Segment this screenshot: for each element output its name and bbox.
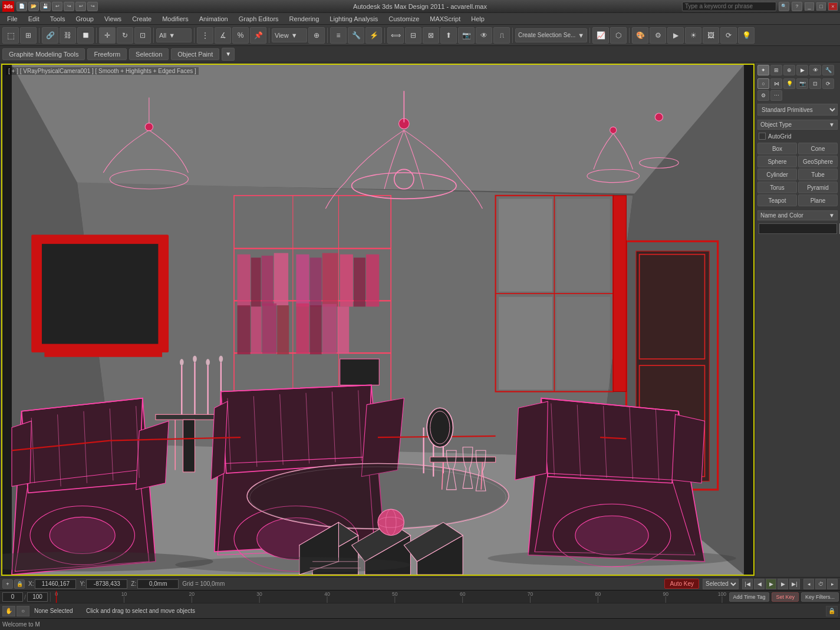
new-btn[interactable]: 📄 — [17, 2, 27, 11]
cameras-icon[interactable]: 📷 — [796, 78, 808, 89]
motion-panel-icon[interactable]: ▶ — [796, 65, 808, 75]
geosphere-button[interactable]: GeoSphere — [798, 156, 838, 167]
align-btn[interactable]: ⊟ — [405, 27, 421, 44]
render-last-btn[interactable]: ⟳ — [720, 27, 737, 44]
transform-select-btn[interactable]: ✛ — [99, 27, 116, 44]
lights-icon[interactable]: 💡 — [783, 78, 795, 89]
rotate-btn[interactable]: ↻ — [117, 27, 133, 44]
layer-btn[interactable]: ≡ — [330, 27, 347, 44]
reference-dropdown[interactable]: All ▼ — [156, 28, 192, 42]
angle-snap[interactable]: ∡ — [215, 27, 231, 44]
space-tools-btn[interactable]: ⎍ — [493, 27, 510, 44]
menu-lighting-analysis[interactable]: Lighting Analysis — [325, 14, 383, 24]
menu-modifiers[interactable]: Modifiers — [157, 14, 193, 24]
pyramid-button[interactable]: Pyramid — [798, 182, 838, 193]
schematic-btn[interactable]: ⬡ — [610, 27, 627, 44]
create-panel-icon[interactable]: ✦ — [757, 65, 769, 75]
render-btn[interactable]: ▶ — [667, 27, 684, 44]
selection-btn[interactable]: Selection — [129, 48, 169, 60]
torus-button[interactable]: Torus — [757, 182, 797, 193]
shapes-icon[interactable]: ⋈ — [770, 78, 782, 89]
minimize-button[interactable]: _ — [805, 2, 814, 11]
menu-edit[interactable]: Edit — [24, 14, 44, 24]
mirror-btn[interactable]: ⟺ — [387, 27, 404, 44]
activeshade-btn[interactable]: ☀ — [685, 27, 701, 44]
curve-editor-btn[interactable]: 📈 — [592, 27, 609, 44]
object-properties-btn[interactable]: 🔧 — [348, 27, 364, 44]
cone-button[interactable]: Cone — [798, 143, 838, 154]
name-color-header[interactable]: Name and Color ▼ — [757, 210, 838, 220]
graphite-modeling-btn[interactable]: Graphite Modeling Tools — [2, 48, 85, 60]
menu-maxscript[interactable]: MAXScript — [425, 14, 465, 24]
sphere-button[interactable]: Sphere — [757, 156, 797, 167]
prev-frame-btn[interactable]: ◀ — [754, 579, 765, 589]
y-coord-input[interactable] — [86, 579, 127, 589]
lock-selection-icon[interactable]: 🔒 — [826, 606, 838, 616]
go-end-btn[interactable]: ▶| — [789, 579, 800, 589]
menu-rendering[interactable]: Rendering — [285, 14, 324, 24]
coord-mode-btn[interactable]: + — [2, 579, 13, 589]
place-high-btn[interactable]: ⬆ — [440, 27, 457, 44]
total-frames-input[interactable] — [27, 592, 48, 602]
box-button[interactable]: Box — [757, 143, 797, 154]
material-editor-btn[interactable]: 🎨 — [632, 27, 648, 44]
menu-file[interactable]: File — [2, 14, 22, 24]
menu-customize[interactable]: Customize — [384, 14, 424, 24]
utilities-panel-icon[interactable]: 🔧 — [822, 65, 834, 75]
menu-animation[interactable]: Animation — [195, 14, 233, 24]
helpers-icon[interactable]: ⊡ — [809, 78, 821, 89]
geometry-icon[interactable]: ○ — [757, 78, 769, 89]
current-frame-input[interactable] — [2, 592, 23, 602]
time-tag-next[interactable]: ▸ — [827, 579, 838, 589]
z-coord-input[interactable] — [137, 579, 179, 589]
search-icon[interactable]: 🔍 — [779, 2, 789, 11]
maximize-button[interactable]: □ — [816, 2, 826, 11]
plane-button[interactable]: Plane — [798, 194, 838, 206]
orbit-btn[interactable]: ○ — [17, 606, 29, 616]
scale-btn[interactable]: ⊡ — [134, 27, 151, 44]
autogrid-checkbox[interactable] — [759, 133, 766, 140]
menu-help[interactable]: Help — [466, 14, 489, 24]
view-dropdown[interactable]: View ▼ — [272, 28, 307, 42]
undo2-btn[interactable]: ↩ — [75, 2, 86, 11]
moreicons-icon[interactable]: ⋯ — [770, 90, 782, 101]
align-view-btn[interactable]: 👁 — [476, 27, 492, 44]
wire-param-btn[interactable]: ⚡ — [365, 27, 382, 44]
lock-btn[interactable]: 🔒 — [14, 579, 25, 589]
align-camera-btn[interactable]: 📷 — [458, 27, 475, 44]
select-region-btn[interactable]: ⊞ — [20, 27, 37, 44]
select-btn[interactable]: ⬚ — [2, 27, 19, 44]
menu-graph-editors[interactable]: Graph Editors — [234, 14, 284, 24]
close-button[interactable]: × — [828, 2, 838, 11]
render-to-tex-btn[interactable]: 🖼 — [703, 27, 719, 44]
go-start-btn[interactable]: |◀ — [742, 579, 753, 589]
render-setup-btn[interactable]: ⚙ — [650, 27, 666, 44]
object-paint-btn[interactable]: Object Paint — [171, 48, 219, 60]
mental-ray-btn[interactable]: 💡 — [738, 27, 755, 44]
object-type-header[interactable]: Object Type ▼ — [757, 120, 838, 130]
object-name-input[interactable] — [759, 223, 837, 234]
hierarchy-panel-icon[interactable]: ⊕ — [783, 65, 795, 75]
open-btn[interactable]: 📂 — [28, 2, 39, 11]
search-input[interactable] — [682, 2, 776, 11]
menu-group[interactable]: Group — [71, 14, 98, 24]
timeline-track[interactable]: 0 10 20 30 40 50 60 70 80 90 100 — [51, 591, 728, 603]
set-key-button[interactable]: Set Key — [772, 592, 799, 602]
display-panel-icon[interactable]: 👁 — [809, 65, 821, 75]
selection-filter-dropdown[interactable]: Selected — [703, 579, 739, 589]
add-time-tag-btn[interactable]: Add Time Tag — [729, 592, 770, 602]
percent-snap[interactable]: % — [232, 27, 249, 44]
snap-toggle[interactable]: ⋮ — [197, 27, 213, 44]
menu-views[interactable]: Views — [100, 14, 126, 24]
unlink-btn[interactable]: ⛓ — [60, 27, 76, 44]
auto-key-button[interactable]: Auto Key — [664, 579, 699, 589]
view-align-btn[interactable]: ⊕ — [308, 27, 325, 44]
teapot-button[interactable]: Teapot — [757, 194, 797, 206]
freeform-btn[interactable]: Freeform — [87, 48, 127, 60]
spinner-snap[interactable]: 📌 — [250, 27, 266, 44]
next-frame-btn[interactable]: ▶ — [778, 579, 788, 589]
modify-panel-icon[interactable]: ⊞ — [770, 65, 782, 75]
help-icon[interactable]: ? — [792, 2, 802, 11]
menu-tools[interactable]: Tools — [45, 14, 70, 24]
spacewarps-icon[interactable]: ⟳ — [822, 78, 834, 89]
